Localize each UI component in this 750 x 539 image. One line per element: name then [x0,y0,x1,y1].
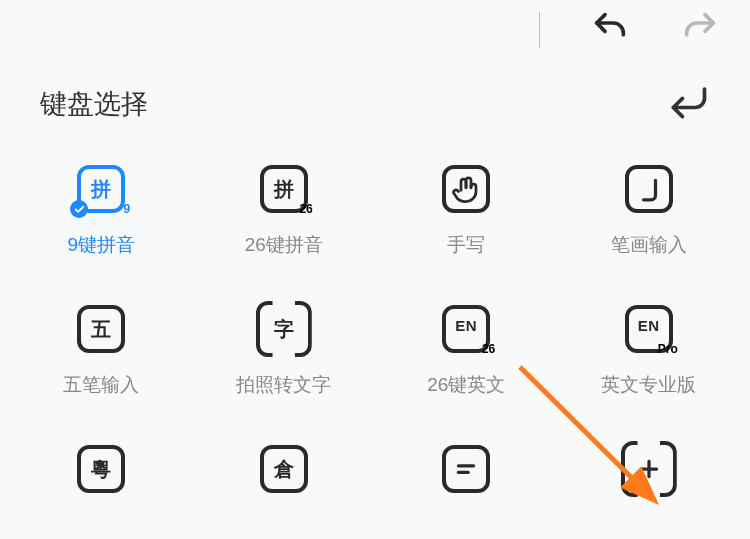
tile-label: 英文专业版 [601,372,696,398]
divider [539,12,540,48]
tile-label: 26键英文 [427,372,505,398]
keyboard-grid: 拼99键拼音拼2626键拼音手写笔画输入五五笔输入字拍照转文字EN2626键英文… [0,138,750,512]
keyboard-tile-9[interactable]: 倉 [193,438,376,512]
back-icon[interactable] [666,80,710,128]
tile-label: 9键拼音 [67,232,135,258]
keyboard-tile-0[interactable]: 拼99键拼音 [10,158,193,258]
keyboard-tile-1[interactable]: 拼2626键拼音 [193,158,376,258]
keyboard-tile-7[interactable]: ENPro英文专业版 [558,298,741,398]
tile-label: 手写 [447,232,485,258]
keyboard-tile-2[interactable]: 手写 [375,158,558,258]
redo-icon[interactable] [680,8,720,52]
keyboard-tile-3[interactable]: 笔画输入 [558,158,741,258]
tile-label: 拍照转文字 [236,372,331,398]
header: 键盘选择 [0,60,750,138]
keyboard-tile-11[interactable] [558,438,741,512]
undo-icon[interactable] [590,8,630,52]
top-toolbar [0,0,750,60]
keyboard-tile-5[interactable]: 字拍照转文字 [193,298,376,398]
tile-label: 五笔输入 [63,372,139,398]
keyboard-tile-8[interactable]: 粵 [10,438,193,512]
keyboard-tile-6[interactable]: EN2626键英文 [375,298,558,398]
tile-label: 26键拼音 [245,232,323,258]
keyboard-tile-4[interactable]: 五五笔输入 [10,298,193,398]
page-title: 键盘选择 [40,86,148,122]
tile-label: 笔画输入 [611,232,687,258]
keyboard-tile-10[interactable] [375,438,558,512]
